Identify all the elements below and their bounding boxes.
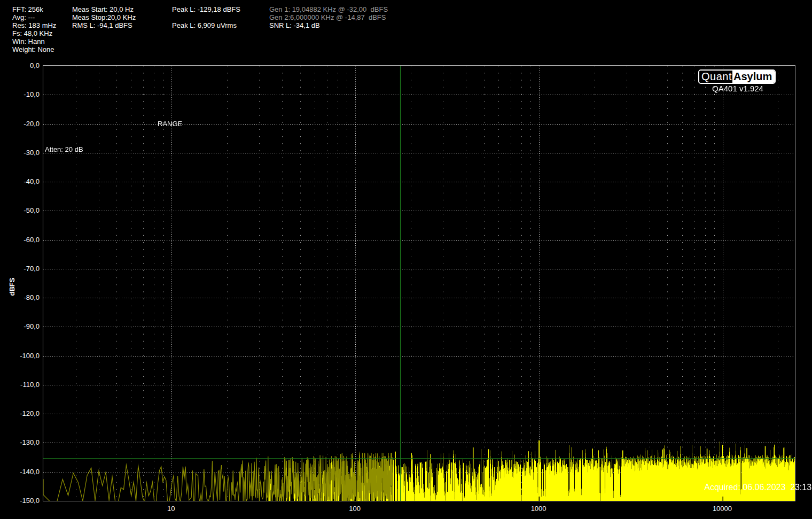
gen1-text: Gen 1: 19,04882 KHz @ -32,00 dBFS: [269, 5, 388, 13]
attenuation-label: Atten: 20 dB: [45, 145, 83, 153]
spectrum-plot[interactable]: [43, 66, 795, 501]
x-tick-label: 10000: [713, 505, 732, 513]
rms-left-text: RMS L: -94,1 dBFS: [72, 21, 132, 29]
x-tick-label: 10: [167, 505, 175, 513]
meas-stop-text: Meas Stop:20,0 KHz: [72, 13, 136, 21]
window-text: Win: Hann: [12, 37, 45, 45]
y-tick-label: -20,0: [2, 119, 40, 127]
y-tick-label: 0,0: [2, 61, 40, 69]
y-tick-label: -100,0: [2, 351, 40, 359]
acquired-timestamp: Acquired: 06.06.2023 23:13: [704, 483, 811, 492]
y-tick-label: -50,0: [2, 206, 40, 214]
y-tick-label: -120,0: [2, 409, 40, 417]
y-tick-label: -40,0: [2, 177, 40, 185]
gen2-text: Gen 2:6,000000 KHz @ -14,87 dBFS: [269, 13, 386, 21]
y-tick-label: -150,0: [2, 497, 40, 505]
y-tick-label: -140,0: [2, 467, 40, 475]
avg-text: Avg: ---: [12, 13, 35, 21]
weighting-text: Weight: None: [12, 45, 54, 53]
y-tick-label: -10,0: [2, 90, 40, 98]
range-label: RANGE: [158, 120, 182, 128]
quantasylum-logo: Quant Asylum: [698, 69, 776, 84]
y-tick-label: -90,0: [2, 322, 40, 330]
y-axis-title: dBFS: [8, 271, 16, 303]
x-tick-label: 100: [349, 505, 361, 513]
fft-size-text: FFT: 256k: [12, 5, 43, 13]
meas-start-text: Meas Start: 20,0 Hz: [72, 5, 134, 13]
y-tick-label: -60,0: [2, 235, 40, 243]
y-tick-label: -130,0: [2, 438, 40, 446]
plot-area: [43, 65, 795, 501]
logo-asylum-text: Asylum: [732, 71, 775, 83]
y-tick-label: -110,0: [2, 380, 40, 388]
firmware-version-text: QA401 v1.924: [698, 84, 777, 93]
y-tick-label: -30,0: [2, 148, 40, 156]
peak-uvrms-text: Peak L: 6,909 uVrms: [172, 21, 237, 29]
logo-quant-text: Quant: [699, 71, 732, 83]
peak-dbfs-text: Peak L: -129,18 dBFS: [172, 5, 240, 13]
samplerate-text: Fs: 48,0 KHz: [12, 29, 52, 37]
x-tick-label: 1000: [531, 505, 546, 513]
snr-left-text: SNR L: -34,1 dB: [269, 21, 320, 29]
resolution-text: Res: 183 mHz: [12, 21, 56, 29]
